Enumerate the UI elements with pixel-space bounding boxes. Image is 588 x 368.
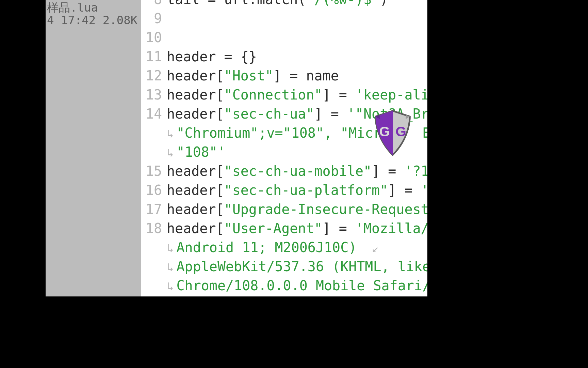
shield-icon: G G (372, 109, 413, 157)
file-name[interactable]: 样品.lua (46, 1, 141, 14)
code-line[interactable]: ↳"108"' (167, 142, 226, 162)
string-token: "Host" (224, 68, 274, 83)
line-number: 8 (154, 0, 162, 9)
code-line[interactable]: header["sec-ch-ua-platform"] = '"A (167, 181, 427, 200)
line-number: 9 (154, 9, 162, 28)
svg-text:G: G (379, 124, 390, 139)
string-token: "sec-ch-ua-mobile" (224, 163, 372, 179)
code-line[interactable]: ↳Chrome/108.0.0.0 Mobile Safari/53 (167, 276, 427, 295)
string-token: "Upgrade-Insecure-Requests (224, 201, 427, 217)
code-token: header[ (167, 182, 224, 198)
line-number-gutter: 89101112131415161718 (141, 0, 166, 296)
code-token: header = {} (167, 49, 257, 64)
string-token: 'keep-alive (355, 87, 427, 103)
code-token: header[ (167, 220, 224, 236)
code-line[interactable]: tail = url:match('/(%w-)$') (167, 0, 388, 9)
file-sidebar[interactable]: 样品.lua 4 17:42 2.08K (46, 0, 141, 296)
code-token: header[ (167, 87, 224, 103)
line-number: 13 (146, 85, 162, 104)
line-number: 16 (146, 181, 162, 200)
wrap-indicator-icon: ↳ (167, 127, 176, 140)
string-token: 'Mozilla/5.0 (355, 220, 427, 236)
gameguardian-overlay-icon[interactable]: G G (372, 109, 413, 157)
code-line[interactable]: ↳AppleWebKit/537.36 (KHTML, like (167, 257, 427, 276)
code-token: ) (380, 0, 388, 7)
app-viewport: 样品.lua 4 17:42 2.08K 8910111213141516171… (46, 0, 427, 296)
code-token (167, 30, 175, 45)
code-line[interactable]: header["Host"] = name (167, 66, 339, 85)
string-token: AppleWebKit/537.36 (KHTML, like (176, 259, 427, 274)
line-number: 15 (146, 162, 162, 181)
code-token: header[ (167, 201, 224, 217)
string-token: '?1' (404, 163, 427, 179)
code-token: header[ (167, 163, 224, 179)
stage: 样品.lua 4 17:42 2.08K 8910111213141516171… (0, 0, 588, 368)
string-token: "sec-ch-ua-platform" (224, 182, 388, 198)
code-line[interactable]: header["Upgrade-Insecure-Requests (167, 200, 427, 219)
code-token: ] = name (273, 68, 339, 83)
string-token: '/(%w-)$' (306, 0, 380, 7)
wrap-indicator-icon: ↳ (167, 241, 176, 255)
wrap-tail-icon: ↙ (365, 241, 381, 255)
code-token: ] = (388, 182, 421, 198)
code-token (167, 11, 175, 26)
code-token: tail = url:match( (167, 0, 306, 7)
code-line[interactable] (167, 9, 175, 28)
code-token: ] = (314, 106, 347, 122)
line-number: 11 (146, 47, 162, 66)
svg-text:G: G (395, 124, 406, 139)
code-token: header[ (167, 68, 224, 83)
line-number: 17 (146, 200, 162, 219)
code-token: ] = (323, 220, 355, 236)
string-token: "Connection" (224, 87, 323, 103)
wrap-indicator-icon: ↳ (167, 279, 176, 293)
line-number: 14 (146, 104, 162, 123)
code-line[interactable]: header["Connection"] = 'keep-alive (167, 85, 427, 104)
code-line[interactable]: header["sec-ch-ua-mobile"] = '?1' (167, 162, 427, 181)
code-line[interactable]: header = {} (167, 47, 257, 66)
code-token: ] = (323, 87, 355, 103)
string-token: "sec-ch-ua" (224, 106, 314, 122)
string-token: Android 11; M2006J10C) (176, 240, 365, 255)
code-line[interactable] (167, 28, 175, 47)
string-token: Chrome/108.0.0.0 Mobile Safari/53 (176, 278, 427, 293)
string-token: '"A (421, 182, 427, 198)
code-line[interactable]: ↳Android 11; M2006J10C) ↙ (167, 238, 381, 257)
code-token: ] = (372, 163, 404, 179)
line-number: 12 (146, 66, 162, 85)
wrap-indicator-icon: ↳ (167, 260, 176, 274)
wrap-indicator-icon: ↳ (167, 146, 176, 159)
code-line[interactable]: header["User-Agent"] = 'Mozilla/5.0 (167, 219, 427, 238)
file-meta: 4 17:42 2.08K (46, 14, 141, 27)
line-number: 18 (146, 219, 162, 238)
string-token: "108"' (176, 144, 226, 160)
string-token: "User-Agent" (224, 220, 323, 236)
line-number: 10 (146, 28, 162, 47)
code-token: header[ (167, 106, 224, 122)
